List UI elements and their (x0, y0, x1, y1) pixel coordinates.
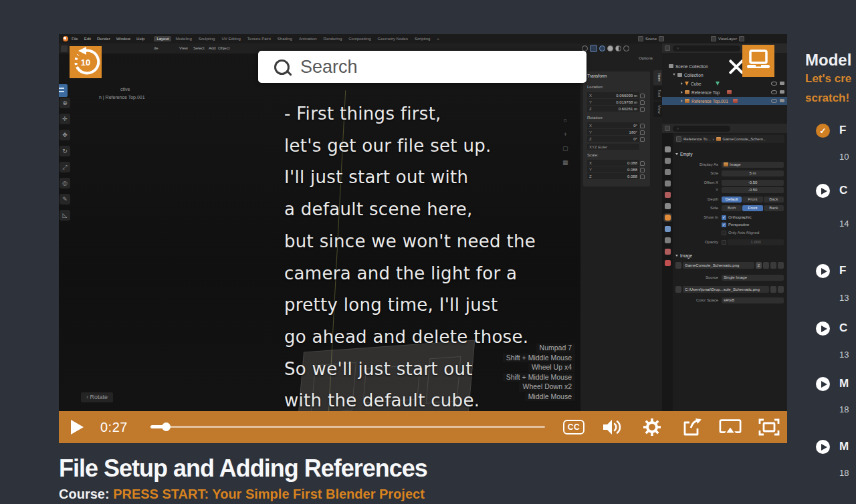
menu-window[interactable]: Window (116, 37, 130, 41)
eye-icon[interactable] (771, 99, 777, 103)
world-tab-icon[interactable] (665, 203, 671, 209)
settings-gear-button[interactable] (641, 418, 663, 436)
colorspace-dropdown[interactable]: sRGB (722, 297, 784, 303)
scale-y-field[interactable]: Y0.088 (587, 166, 639, 172)
scale-z-field[interactable]: Z0.088 (587, 173, 639, 179)
workspace-tab-rendering[interactable]: Rendering (321, 36, 345, 41)
cursor-tool-icon[interactable]: ✛ (60, 114, 70, 124)
scene-tab-icon[interactable] (665, 192, 671, 198)
lesson-play-icon[interactable] (816, 264, 830, 278)
editor-type-icon[interactable] (61, 45, 68, 52)
expand-icon[interactable] (681, 100, 683, 102)
outliner-row-reference-top[interactable]: Reference Top (662, 88, 787, 96)
viewlayer-selector[interactable]: ViewLayer (711, 36, 744, 41)
tab-item[interactable]: Item (653, 70, 662, 85)
unlink-icon[interactable] (778, 262, 784, 269)
lock-icon[interactable] (640, 161, 645, 166)
progress-track[interactable] (150, 426, 545, 428)
lock-icon[interactable] (640, 100, 645, 105)
depth-back-button[interactable]: Back (764, 197, 784, 203)
camera-toggle-icon[interactable] (780, 82, 784, 85)
lock-icon[interactable] (640, 107, 645, 112)
render-tab-icon[interactable] (665, 158, 671, 164)
image-section-header[interactable]: Image (675, 253, 692, 258)
offset-x-field[interactable]: -0.50 (722, 180, 784, 186)
empty-section-header[interactable]: Empty (675, 152, 692, 156)
location-z-field[interactable]: Z0.60261 m (587, 106, 639, 112)
physics-tab-icon[interactable] (665, 237, 671, 243)
menu-help[interactable]: Help (136, 37, 144, 41)
checkbox-unchecked-icon[interactable] (722, 240, 726, 245)
depth-default-button[interactable]: Default (722, 197, 742, 203)
eye-icon[interactable] (771, 82, 777, 86)
scale-x-field[interactable]: X0.088 (587, 160, 639, 166)
course-link[interactable]: PRESS START: Your Simple First Blender P… (113, 487, 425, 501)
lesson-item-label[interactable]: M (839, 440, 849, 453)
constraints-tab-icon[interactable] (665, 249, 671, 255)
object-tab-icon[interactable] (665, 215, 671, 221)
cast-button[interactable] (719, 418, 742, 436)
filepath-field[interactable]: C:\Users\jonat\Drop...sole_Schematic.png (683, 286, 769, 293)
folder-icon[interactable] (770, 262, 776, 269)
expand-icon[interactable] (673, 74, 675, 77)
refresh-icon[interactable] (778, 286, 784, 293)
tab-view[interactable]: View (653, 102, 662, 117)
depth-front-button[interactable]: Front (742, 197, 762, 203)
workspace-tab-texture[interactable]: Texture Paint (245, 36, 274, 41)
properties-search[interactable]: ⌕ (673, 126, 730, 132)
rotation-z-field[interactable]: Z0° (587, 136, 639, 142)
side-front-button[interactable]: Front (742, 205, 762, 211)
rotate-tool-icon[interactable]: ↻ (60, 146, 70, 156)
overlay-toggle-icon[interactable] (590, 45, 597, 52)
offset-y-field[interactable]: -0.50 (722, 187, 784, 193)
lesson-item-label[interactable]: C (839, 322, 847, 335)
workspace-tab-shading[interactable]: Shading (275, 36, 295, 41)
image-browse-icon[interactable] (675, 262, 681, 269)
outliner-search[interactable]: ⌕ (673, 45, 740, 51)
folder-icon[interactable] (770, 286, 776, 293)
editor-type-icon[interactable] (665, 126, 670, 131)
size-field[interactable]: 5 m (722, 170, 784, 176)
lesson-item-label[interactable]: F (839, 264, 846, 277)
lesson-item-label[interactable]: F (839, 124, 846, 137)
lesson-play-icon[interactable] (816, 322, 830, 336)
options-dropdown[interactable]: Options (639, 56, 653, 60)
share-button[interactable] (681, 418, 704, 436)
output-tab-icon[interactable] (665, 169, 671, 175)
transform-title[interactable]: Transform (587, 74, 607, 78)
lesson-item-label[interactable]: C (839, 184, 847, 197)
lesson-complete-icon[interactable]: ✓ (816, 124, 830, 138)
expand-icon[interactable] (681, 91, 683, 94)
lesson-play-icon[interactable] (816, 184, 830, 198)
workspace-tab-layout[interactable]: Layout (154, 36, 171, 41)
image-name-field[interactable]: GameConsole_Schematic.png (683, 262, 754, 269)
user-count-badge[interactable]: 2 (756, 262, 762, 269)
workspace-tab-compositing[interactable]: Compositing (346, 36, 373, 41)
side-back-button[interactable]: Back (764, 205, 784, 211)
workspace-tab-animation[interactable]: Animation (296, 36, 320, 41)
workspace-tab-geonodes[interactable]: Geometry Nodes (375, 36, 411, 41)
lock-icon[interactable] (640, 130, 645, 135)
tool-tab-icon[interactable] (665, 146, 671, 152)
lesson-play-icon[interactable] (816, 440, 830, 454)
camera-toggle-icon[interactable] (780, 90, 784, 94)
menu-object[interactable]: Object (218, 46, 229, 50)
outliner-row-reference-top-001[interactable]: Reference Top.001 (662, 97, 787, 105)
workspace-tab-uv[interactable]: UV Editing (219, 36, 243, 41)
checkbox-checked-icon[interactable]: ✓ (722, 223, 726, 227)
viewlayer-tab-icon[interactable] (665, 180, 671, 186)
source-dropdown[interactable]: Single Image (722, 275, 784, 281)
select-tool-icon[interactable]: ⊕ (60, 98, 70, 108)
material-shading-icon[interactable] (615, 45, 621, 51)
lock-icon[interactable] (640, 124, 645, 128)
scene-selector[interactable]: Scene (638, 36, 664, 41)
rendered-shading-icon[interactable] (623, 45, 629, 51)
euler-dropdown[interactable]: XYZ Euler (587, 144, 639, 150)
expand-icon[interactable] (681, 82, 683, 85)
captions-button[interactable]: CC (562, 418, 585, 436)
modifier-tab-icon[interactable] (665, 226, 671, 232)
progress-knob[interactable] (162, 422, 171, 431)
checkbox-unchecked-icon[interactable] (722, 231, 726, 235)
lock-icon[interactable] (640, 168, 645, 172)
workspace-tab-add[interactable]: + (434, 36, 442, 41)
